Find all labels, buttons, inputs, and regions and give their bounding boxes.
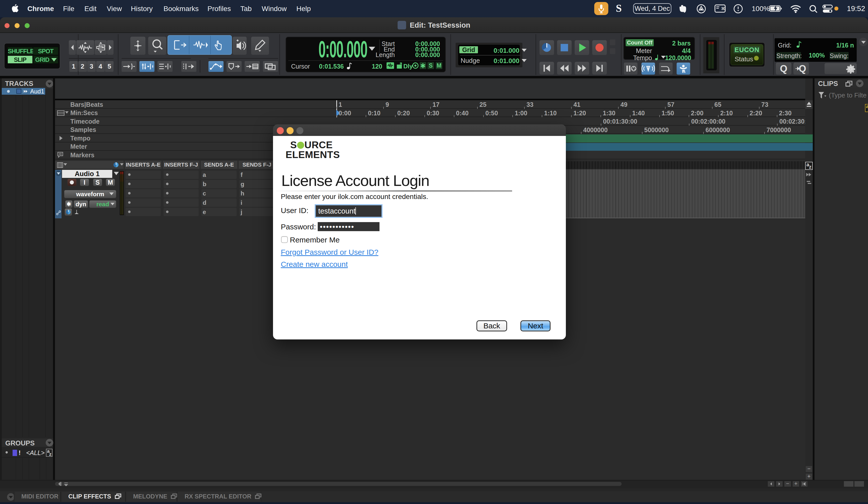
svg-text:Q: Q — [799, 63, 806, 74]
svg-text:⌘: ⌘ — [721, 7, 725, 11]
svg-text:Q: Q — [780, 63, 787, 74]
